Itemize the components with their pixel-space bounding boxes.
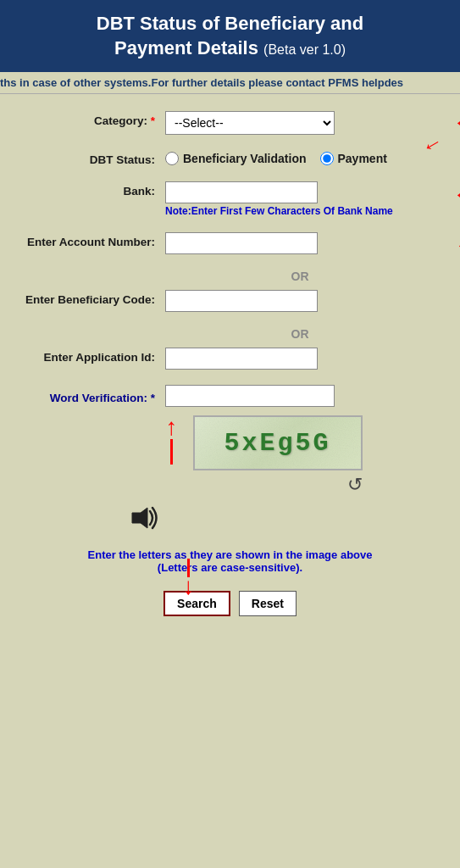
captcha-instructions: Enter the letters as they are shown in t… [25,548,435,574]
account-control: ← [165,232,435,254]
account-arrow-icon: ← [455,232,460,259]
svg-marker-1 [132,508,147,528]
form-container: Category: * --Select-- ← DBT Status: Ben… [0,94,460,633]
captcha-refresh-button[interactable]: ↺ [347,474,363,496]
bank-arrow-icon: ← [453,181,460,208]
up-arrow-icon: ↑ [166,415,178,439]
dbt-status-row: DBT Status: Beneficiary Validation Payme… [25,150,435,166]
or-separator-2: OR [165,327,435,341]
beneficiary-code-row: Enter Beneficiary Code: [25,290,435,312]
word-verification-row: Word Verification: * [25,385,435,407]
account-row: Enter Account Number: ← [25,232,435,254]
search-button[interactable]: Search [163,591,230,616]
radio-beneficiary-label[interactable]: Beneficiary Validation [165,152,307,165]
radio-payment-label[interactable]: Payment [320,152,387,165]
beneficiary-code-input[interactable] [165,290,318,312]
captcha-area: ↑ 5xEg5G ↺ [93,415,435,540]
category-control-wrap: --Select-- ← [165,111,435,135]
account-input[interactable] [165,232,318,254]
dbt-status-control: Beneficiary Validation Payment ← [165,150,435,165]
bank-label: Bank: [25,181,165,198]
instructions-line1: Enter the letters as they are shown in t… [88,548,373,561]
bank-note: Note:Enter First Few Characters Of Bank … [165,205,435,217]
audio-row [93,501,435,540]
header-title: DBT Status of Beneficiary and [97,13,363,34]
application-id-input[interactable] [165,348,318,370]
search-arrow-icon: ↓ [183,577,195,596]
category-row: Category: * --Select-- ← [25,111,435,135]
page-header: DBT Status of Beneficiary and Payment De… [0,0,460,72]
application-id-row: Enter Application Id: [25,348,435,370]
instructions-line2: (Letters are case-sensitive). [158,561,302,574]
search-arrow-container: ↓ [183,559,195,596]
captcha-row: ↑ 5xEg5G ↺ [166,415,363,496]
dbt-status-label: DBT Status: [25,150,165,166]
radio-beneficiary-text: Beneficiary Validation [183,152,307,165]
category-required: * [151,114,155,127]
bank-row: Bank: ← Note:Enter First Few Characters … [25,181,435,217]
radio-beneficiary-input[interactable] [165,152,179,165]
radio-payment-text: Payment [338,152,387,165]
application-id-label: Enter Application Id: [25,348,165,364]
category-arrow-icon: ← [453,109,460,136]
radio-payment-input[interactable] [320,152,334,165]
header-beta: (Beta ver 1.0) [263,42,346,57]
up-arrow-shaft [170,439,173,465]
speaker-icon [130,504,161,531]
header-title2: Payment Details [114,37,258,58]
marquee-bar: ths in case of other systems.For further… [0,72,460,94]
word-verification-label: Word Verification: * [25,388,165,404]
captcha-controls: ↺ [193,474,363,496]
beneficiary-code-label: Enter Beneficiary Code: [25,290,165,306]
word-verification-required: * [151,392,155,404]
marquee-text: ths in case of other systems.For further… [0,76,403,89]
word-verification-input[interactable] [165,385,335,407]
dbt-status-radio-group: Beneficiary Validation Payment [165,150,435,165]
account-label: Enter Account Number: [25,232,165,248]
captcha-image: 5xEg5G [193,415,363,470]
word-verification-control [165,385,435,407]
bank-input[interactable] [165,181,318,203]
word-verification-text: Word Verification: [50,392,147,404]
beneficiary-code-control [165,290,435,312]
audio-button[interactable] [127,501,164,540]
category-label: Category: * [25,111,165,127]
bank-control: ← Note:Enter First Few Characters Of Ban… [165,181,435,217]
captcha-text-display: 5xEg5G [195,417,361,469]
captcha-image-wrap: 5xEg5G ↺ [193,415,363,496]
up-arrow-container: ↑ [166,415,178,465]
application-id-control [165,348,435,370]
reset-button[interactable]: Reset [239,591,297,616]
or-separator-1: OR [165,270,435,283]
button-row: ↓ Search Reset [25,591,435,616]
category-select[interactable]: --Select-- [165,111,335,135]
